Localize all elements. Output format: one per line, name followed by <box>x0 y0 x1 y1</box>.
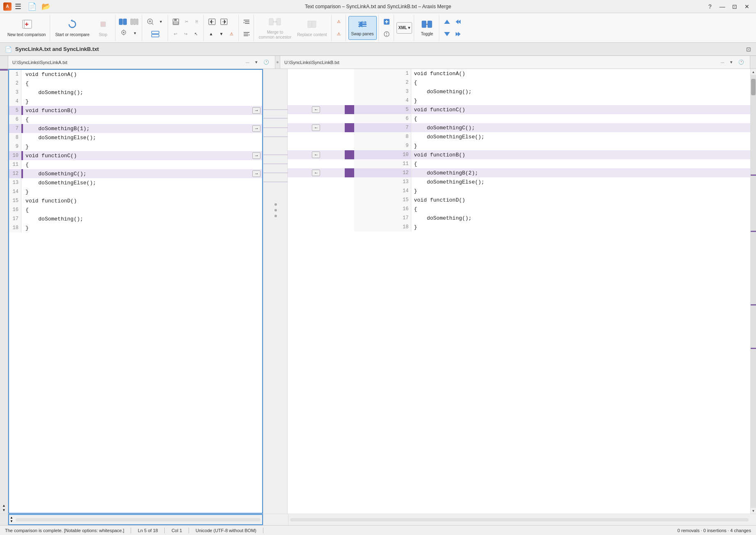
right-pane-header: U:\SyncLinks\SyncLinkB.txt ··· ▾ 🕐 <box>280 56 750 69</box>
toggle-btn[interactable]: Toggle <box>417 16 437 40</box>
left-code-row-8: 8 doSomethingElse(); <box>9 133 262 142</box>
left-scroll-top-btn[interactable]: ▲ <box>2 504 6 507</box>
restore-btn[interactable]: ⊡ <box>729 1 740 12</box>
right-linenum-17: 17 <box>354 214 411 223</box>
left-hscroll-track[interactable] <box>16 518 260 521</box>
left-content-13: doSomethingElse(); <box>23 178 251 187</box>
left-content-16: { <box>23 205 251 214</box>
redo-btn[interactable]: ↪ <box>181 28 191 40</box>
left-nav-dn-btn[interactable]: ▼ <box>10 520 13 523</box>
right-arrow-9 <box>288 141 345 150</box>
left-arrow-7[interactable]: → <box>251 124 262 133</box>
left-arrow-10[interactable]: → <box>251 151 262 160</box>
scroll-down-btn[interactable]: ▼ <box>217 28 226 40</box>
left-linenum-18: 18 <box>9 223 21 232</box>
view-option-2-btn[interactable] <box>129 17 140 27</box>
maximize-pane-btn[interactable]: ⊡ <box>746 46 751 53</box>
view-option-1-btn[interactable] <box>118 17 128 27</box>
left-content-8: doSomethingElse(); <box>23 133 251 142</box>
zoom-dropdown-btn[interactable]: ▾ <box>156 16 166 27</box>
new-text-comparison-btn[interactable]: New text comparison <box>5 16 48 40</box>
menu-icon[interactable]: ☰ <box>15 2 21 11</box>
minimize-btn[interactable]: — <box>717 1 728 12</box>
vscroll-thumb[interactable] <box>751 79 756 95</box>
right-arrow-7[interactable]: ← <box>288 123 345 132</box>
right-code-row-9: 9} <box>288 141 750 150</box>
right-pane-more-btn[interactable]: ··· <box>719 59 726 66</box>
nav-btn-1[interactable] <box>453 16 463 28</box>
left-content-6: { <box>23 115 251 124</box>
prev-diff-btn[interactable] <box>206 16 218 28</box>
left-pane-dropdown-btn[interactable]: ▾ <box>254 59 259 66</box>
next-diff-btn[interactable] <box>218 16 230 28</box>
right-hscroll-track[interactable] <box>290 518 749 521</box>
right-code-pane[interactable]: 1void functionA()2{3 doSomething();4}←5v… <box>288 69 750 514</box>
left-code-row-6: 6{ <box>9 115 262 124</box>
save-btn[interactable] <box>171 16 181 28</box>
arrow-up-btn[interactable] <box>442 16 452 28</box>
settings-dropdown-btn[interactable]: ▾ <box>130 28 140 39</box>
left-pane-history-btn[interactable]: 🕐 <box>262 59 271 66</box>
right-content-1: void functionA() <box>411 69 750 78</box>
left-hscrollbar[interactable]: ▲ ▼ <box>8 514 263 525</box>
scroll-up-btn[interactable]: ▲ <box>206 28 216 40</box>
left-arrow-5[interactable]: → <box>251 106 262 115</box>
merge-to-ancestor-btn[interactable]: Merge tocommon ancestor <box>256 16 294 40</box>
swap-panes-btn[interactable]: Swap panes <box>348 16 377 40</box>
left-content-14: } <box>23 187 251 196</box>
indent-left-btn[interactable] <box>241 16 252 28</box>
indent-right-btn[interactable] <box>241 28 252 40</box>
extra-btn-1[interactable] <box>381 16 392 28</box>
vscroll-down-btn[interactable]: ▼ <box>751 508 756 514</box>
copy-btn[interactable]: ⎘ <box>192 16 202 28</box>
extra-btn-2[interactable] <box>381 28 392 40</box>
start-recompare-btn[interactable]: Start or recompare <box>53 16 92 40</box>
right-pane-history-btn[interactable]: 🕐 <box>737 59 746 66</box>
left-scroll-bottom-btn[interactable]: ▼ <box>2 508 6 512</box>
svg-rect-20 <box>152 34 159 37</box>
right-code-table: 1void functionA()2{3 doSomething();4}←5v… <box>288 69 750 232</box>
vscroll-up-btn[interactable]: ▲ <box>751 69 756 75</box>
right-arrow-12[interactable]: ← <box>288 168 345 177</box>
right-hscrollbar[interactable] <box>288 514 750 525</box>
right-gutter-11 <box>345 159 354 168</box>
zoom-in-btn[interactable] <box>145 16 155 27</box>
right-pane-dropdown-btn[interactable]: ▾ <box>728 59 734 66</box>
encoding-info: Unicode (UTF-8 without BOM) <box>196 528 256 533</box>
doc-header: 📄 SyncLinkA.txt and SyncLinkB.txt ⊡ <box>0 43 756 56</box>
cursor-btn[interactable]: ↖ <box>191 28 201 40</box>
warning-1-btn[interactable]: ⚠ <box>334 16 344 28</box>
right-gutter-2 <box>345 78 354 87</box>
left-code-pane[interactable]: 1void functionA()2{3 doSomething();4}5vo… <box>8 69 263 514</box>
right-arrow-10[interactable]: ← <box>288 150 345 159</box>
left-code-row-9: 9} <box>9 142 262 151</box>
warning-btn[interactable]: ⚠ <box>227 28 237 40</box>
stop-btn[interactable]: Stop <box>93 16 113 40</box>
undo-btn[interactable]: ↩ <box>171 28 180 40</box>
warning-2-btn[interactable]: ⚠ <box>334 28 344 40</box>
help-btn[interactable]: ? <box>704 1 716 12</box>
settings-btn[interactable] <box>118 28 129 37</box>
right-vscrollbar[interactable]: ▲ ▼ <box>750 69 756 514</box>
left-pane-more-btn[interactable]: ··· <box>244 59 251 66</box>
xml-btn[interactable]: XML ▾ <box>396 22 413 34</box>
left-nav-btns[interactable]: ▲ ▼ <box>9 516 14 524</box>
close-btn[interactable]: ✕ <box>741 1 753 12</box>
right-arrow-5[interactable]: ← <box>288 105 345 114</box>
cut-btn[interactable]: ✂ <box>182 16 191 28</box>
open-recent-btn[interactable]: 📂 <box>40 1 52 12</box>
layout-btn[interactable] <box>145 28 166 40</box>
left-nav-up-btn[interactable]: ▲ <box>10 516 13 519</box>
nav-btn-2[interactable] <box>453 28 463 40</box>
new-text-comparison-label: New text comparison <box>7 32 46 37</box>
vscroll-track[interactable] <box>751 75 756 508</box>
arrow-down-btn[interactable] <box>442 28 452 40</box>
left-linenum-1: 1 <box>9 70 21 79</box>
replace-content-btn[interactable]: Replace content <box>295 16 329 40</box>
right-content-12: doSomethingB(2); <box>411 168 750 177</box>
left-arrow-12[interactable]: → <box>251 169 262 178</box>
right-gutter-4 <box>345 96 354 105</box>
left-content-5: void functionB() <box>23 106 251 115</box>
new-file-btn[interactable]: 📄 <box>26 1 38 12</box>
left-arrow-9 <box>251 142 262 151</box>
